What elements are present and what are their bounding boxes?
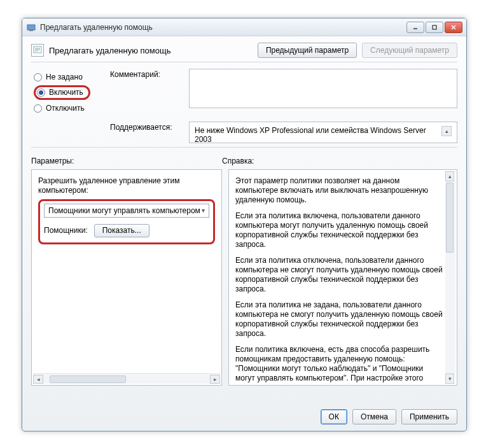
divider [31,62,457,62]
parameters-label: Параметры: [31,157,222,165]
svg-rect-3 [433,25,436,29]
window-title: Предлагать удаленную помощь [40,23,406,32]
scroll-up-icon[interactable]: ▴ [441,126,452,136]
radio-icon [34,104,42,113]
scroll-down-icon[interactable]: ▾ [445,374,454,384]
chevron-down-icon: ▾ [202,207,205,215]
close-button[interactable] [445,22,462,33]
scroll-up-icon[interactable]: ▴ [445,171,454,181]
minimize-button[interactable] [406,22,424,33]
show-helpers-button[interactable]: Показать... [94,224,149,237]
scroll-left-icon[interactable]: ◂ [33,375,43,384]
highlight-enabled: Включить [34,85,90,100]
svg-rect-0 [27,25,35,30]
radio-label: Не задано [46,73,83,81]
radio-label: Отключить [46,104,85,113]
help-paragraph: Этот параметр политики позволяет на данн… [235,176,443,205]
scroll-thumb[interactable] [50,375,126,383]
next-setting-button: Следующий параметр [362,43,457,58]
radio-label: Включить [49,88,83,97]
ok-button[interactable]: ОК [321,409,347,424]
radio-disabled[interactable]: Отключить [34,104,102,113]
radio-enabled[interactable] [37,88,45,97]
help-paragraph: Если эта политика отключена, пользовател… [235,256,443,294]
divider [31,147,457,148]
help-paragraph: Если эта политика включена, пользователи… [235,211,443,249]
supported-textbox: Не ниже Windows XP Professional или семе… [189,122,457,143]
supported-label: Поддерживается: [110,122,181,143]
previous-setting-button[interactable]: Предыдущий параметр [258,43,357,58]
comment-label: Комментарий: [110,70,181,79]
page-title: Предлагать удаленную помощь [49,46,258,55]
radio-icon [34,73,42,81]
policy-editor-window: Предлагать удаленную помощь Предлагать у… [22,18,467,431]
radio-not-configured[interactable]: Не задано [34,73,102,81]
parameters-panel: Разрешить удаленное управление этим комп… [31,169,222,386]
titlebar[interactable]: Предлагать удаленную помощь [22,18,466,36]
help-panel: Этот параметр политики позволяет на данн… [228,169,457,386]
vertical-scrollbar[interactable]: ▴ ▾ [445,171,455,384]
scroll-right-icon[interactable]: ▸ [210,375,220,384]
svg-rect-1 [29,30,33,31]
scroll-thumb[interactable] [446,183,454,253]
comment-textarea[interactable] [189,69,457,108]
highlight-controls: Помощники могут управлять компьютером ▾ … [38,199,215,244]
help-paragraph: Если эта политика не задана, пользовател… [235,300,443,339]
maximize-button[interactable] [426,22,443,33]
allow-remote-label: Разрешить удаленное управление этим комп… [38,176,215,195]
app-icon [26,22,36,32]
help-paragraph: Если политика включена, есть два способа… [235,345,443,386]
supported-text: Не ниже Windows XP Professional или семе… [195,126,441,144]
apply-button[interactable]: Применить [401,409,457,424]
select-value: Помощники могут управлять компьютером [48,206,200,216]
policy-icon [31,44,44,57]
helpers-label: Помощники: [44,226,88,235]
remote-control-select[interactable]: Помощники могут управлять компьютером ▾ [44,204,209,218]
horizontal-scrollbar[interactable]: ◂ ▸ [33,374,220,384]
cancel-button[interactable]: Отмена [352,409,396,424]
help-label: Справка: [222,157,457,165]
